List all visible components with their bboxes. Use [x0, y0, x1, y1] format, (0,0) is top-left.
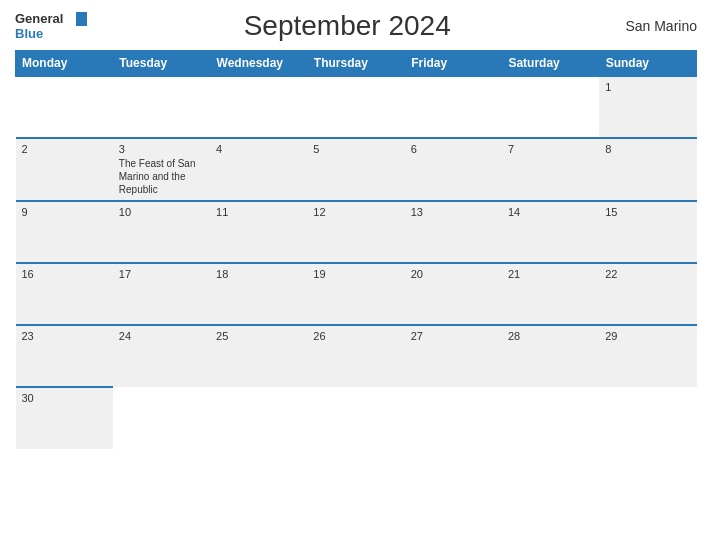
- calendar-cell: 27: [405, 325, 502, 387]
- logo-general: General: [15, 11, 63, 26]
- weekday-sunday: Sunday: [599, 51, 696, 77]
- calendar-cell: 19: [307, 263, 404, 325]
- weekday-monday: Monday: [16, 51, 113, 77]
- weekday-saturday: Saturday: [502, 51, 599, 77]
- calendar-cell: 22: [599, 263, 696, 325]
- day-number: 20: [411, 268, 496, 280]
- calendar-cell: 14: [502, 201, 599, 263]
- calendar-cell: 12: [307, 201, 404, 263]
- calendar-cell: 26: [307, 325, 404, 387]
- day-number: 22: [605, 268, 690, 280]
- calendar-cell: 29: [599, 325, 696, 387]
- calendar-cell: 25: [210, 325, 307, 387]
- calendar-cell: [502, 76, 599, 138]
- calendar-page: General Blue September 2024 San Marino M…: [0, 0, 712, 550]
- calendar-cell: 23: [16, 325, 113, 387]
- weekday-header-row: MondayTuesdayWednesdayThursdayFridaySatu…: [16, 51, 697, 77]
- weekday-thursday: Thursday: [307, 51, 404, 77]
- calendar-cell: [307, 387, 404, 449]
- day-number: 15: [605, 206, 690, 218]
- day-number: 16: [22, 268, 107, 280]
- calendar-week-4: 16171819202122: [16, 263, 697, 325]
- calendar-cell: [113, 76, 210, 138]
- day-number: 18: [216, 268, 301, 280]
- day-number: 17: [119, 268, 204, 280]
- calendar-cell: 11: [210, 201, 307, 263]
- day-number: 27: [411, 330, 496, 342]
- calendar-week-5: 23242526272829: [16, 325, 697, 387]
- day-number: 24: [119, 330, 204, 342]
- calendar-cell: 15: [599, 201, 696, 263]
- calendar-cell: 17: [113, 263, 210, 325]
- day-number: 23: [22, 330, 107, 342]
- weekday-wednesday: Wednesday: [210, 51, 307, 77]
- calendar-cell: [210, 387, 307, 449]
- day-number: 26: [313, 330, 398, 342]
- day-number: 6: [411, 143, 496, 155]
- day-number: 12: [313, 206, 398, 218]
- calendar-title: September 2024: [87, 10, 607, 42]
- day-number: 28: [508, 330, 593, 342]
- calendar-week-1: 1: [16, 76, 697, 138]
- calendar-cell: 13: [405, 201, 502, 263]
- calendar-cell: 1: [599, 76, 696, 138]
- calendar-header: General Blue September 2024 San Marino: [15, 10, 697, 42]
- calendar-cell: [307, 76, 404, 138]
- svg-rect-1: [65, 12, 76, 26]
- calendar-week-2: 23The Feast of San Marino and the Republ…: [16, 138, 697, 201]
- day-number: 2: [22, 143, 107, 155]
- day-number: 3: [119, 143, 204, 155]
- calendar-table: MondayTuesdayWednesdayThursdayFridaySatu…: [15, 50, 697, 449]
- day-number: 25: [216, 330, 301, 342]
- calendar-cell: 24: [113, 325, 210, 387]
- day-number: 5: [313, 143, 398, 155]
- day-number: 30: [22, 392, 107, 404]
- day-number: 7: [508, 143, 593, 155]
- day-number: 4: [216, 143, 301, 155]
- logo-blue: Blue: [15, 26, 43, 41]
- calendar-cell: 10: [113, 201, 210, 263]
- calendar-cell: 7: [502, 138, 599, 201]
- weekday-tuesday: Tuesday: [113, 51, 210, 77]
- day-number: 21: [508, 268, 593, 280]
- calendar-cell: 21: [502, 263, 599, 325]
- calendar-cell: [16, 76, 113, 138]
- calendar-cell: 6: [405, 138, 502, 201]
- calendar-cell: 5: [307, 138, 404, 201]
- calendar-cell: [599, 387, 696, 449]
- day-number: 29: [605, 330, 690, 342]
- day-number: 9: [22, 206, 107, 218]
- calendar-cell: 28: [502, 325, 599, 387]
- weekday-friday: Friday: [405, 51, 502, 77]
- calendar-cell: 3The Feast of San Marino and the Republi…: [113, 138, 210, 201]
- calendar-cell: 20: [405, 263, 502, 325]
- calendar-cell: [405, 387, 502, 449]
- day-number: 1: [605, 81, 690, 93]
- calendar-cell: [210, 76, 307, 138]
- day-number: 14: [508, 206, 593, 218]
- country-name: San Marino: [607, 18, 697, 34]
- calendar-cell: 18: [210, 263, 307, 325]
- calendar-week-3: 9101112131415: [16, 201, 697, 263]
- event-text: The Feast of San Marino and the Republic: [119, 158, 196, 195]
- day-number: 13: [411, 206, 496, 218]
- calendar-cell: 16: [16, 263, 113, 325]
- logo-flag-icon: [65, 12, 87, 26]
- calendar-cell: [405, 76, 502, 138]
- day-number: 19: [313, 268, 398, 280]
- logo: General Blue: [15, 11, 87, 41]
- day-number: 11: [216, 206, 301, 218]
- calendar-cell: [502, 387, 599, 449]
- calendar-cell: [113, 387, 210, 449]
- calendar-cell: 9: [16, 201, 113, 263]
- day-number: 10: [119, 206, 204, 218]
- day-number: 8: [605, 143, 690, 155]
- calendar-cell: 8: [599, 138, 696, 201]
- calendar-cell: 4: [210, 138, 307, 201]
- calendar-cell: 2: [16, 138, 113, 201]
- calendar-cell: 30: [16, 387, 113, 449]
- calendar-week-6: 30: [16, 387, 697, 449]
